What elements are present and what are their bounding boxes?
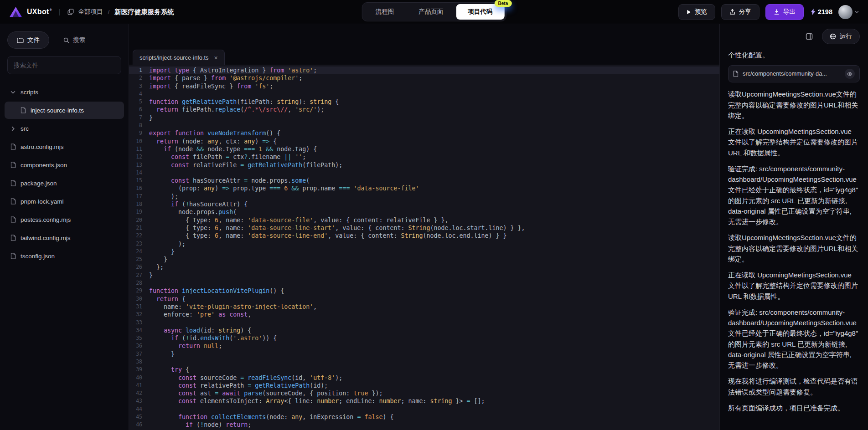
line-content: if (!node) return; bbox=[149, 421, 251, 429]
line-number: 7 bbox=[129, 114, 149, 122]
tree-label: pnpm-lock.yaml bbox=[21, 198, 64, 205]
tree-label: tailwind.config.mjs bbox=[21, 235, 71, 241]
code-line-22[interactable]: 22 { type: 6, name: 'data-source-line-en… bbox=[129, 232, 719, 240]
line-number: 41 bbox=[129, 382, 149, 389]
brand[interactable]: UXbot+ bbox=[9, 6, 52, 18]
tree-file-postcss.config.mjs[interactable]: postcss.config.mjs bbox=[5, 211, 124, 228]
tree-file-tsconfig.json[interactable]: tsconfig.json bbox=[5, 247, 124, 265]
preview-button[interactable]: 预览 bbox=[678, 4, 715, 20]
assistant-body: 个性化配置。 src/components/community-da... bbox=[720, 49, 868, 430]
line-content: }; bbox=[149, 263, 164, 271]
code-editor[interactable]: 1import type { AstroIntegration } from '… bbox=[129, 65, 719, 430]
tree-folder-src[interactable]: src bbox=[5, 120, 124, 137]
mode-tab-产品页面[interactable]: 产品页面 bbox=[407, 4, 455, 20]
account-menu[interactable] bbox=[838, 5, 859, 19]
tree-file-pnpm-lock.yaml[interactable]: pnpm-lock.yaml bbox=[5, 193, 124, 210]
code-line-15[interactable]: 15 const hasSourceAttr = node.props.some… bbox=[129, 177, 719, 184]
code-line-31[interactable]: 31 name: 'vite-plugin-astro-inject-locat… bbox=[129, 303, 719, 311]
file-search-box bbox=[7, 56, 121, 74]
referenced-file-chip[interactable]: src/components/community-da... bbox=[728, 65, 860, 82]
code-line-3[interactable]: 3import { readFileSync } from 'fs'; bbox=[129, 82, 719, 90]
code-line-28[interactable]: 28 bbox=[129, 279, 719, 287]
code-line-33[interactable]: 33 bbox=[129, 319, 719, 327]
code-line-9[interactable]: 9export function vueNodeTransform() { bbox=[129, 129, 719, 137]
tree-file-astro.config.mjs[interactable]: astro.config.mjs bbox=[5, 138, 124, 155]
export-button[interactable]: 导出 bbox=[765, 4, 804, 20]
run-button[interactable]: 运行 bbox=[822, 29, 860, 44]
line-content: const relativeFile = getRelativePath(fil… bbox=[149, 161, 342, 169]
tree-file-inject-source-info.ts[interactable]: inject-source-info.ts bbox=[5, 102, 124, 119]
code-line-2[interactable]: 2import { parse } from '@astrojs/compile… bbox=[129, 74, 719, 82]
code-line-23[interactable]: 23 ); bbox=[129, 240, 719, 248]
tree-folder-scripts[interactable]: scripts bbox=[5, 83, 124, 101]
code-line-32[interactable]: 32 enforce: 'pre' as const, bbox=[129, 311, 719, 318]
code-line-25[interactable]: 25 } bbox=[129, 256, 719, 263]
code-line-39[interactable]: 39 try { bbox=[129, 366, 719, 374]
chevron-down-icon bbox=[10, 91, 16, 94]
code-line-38[interactable]: 38 bbox=[129, 358, 719, 366]
search-icon bbox=[63, 37, 69, 43]
share-button[interactable]: 分享 bbox=[721, 4, 760, 20]
code-line-34[interactable]: 34 async load(id: string) { bbox=[129, 327, 719, 334]
main-area: 文件 搜索 scriptsinject-source-info.tssrcast… bbox=[0, 24, 868, 430]
editor-toolbar-gap bbox=[129, 24, 719, 49]
code-line-44[interactable]: 44 bbox=[129, 405, 719, 413]
code-line-8[interactable]: 8 bbox=[129, 122, 719, 129]
code-line-45[interactable]: 45 function collectElements(node: any, i… bbox=[129, 413, 719, 421]
code-line-37[interactable]: 37 } bbox=[129, 350, 719, 358]
code-line-29[interactable]: 29function injectLocationVitePlugin() { bbox=[129, 287, 719, 295]
code-line-26[interactable]: 26 }; bbox=[129, 263, 719, 271]
mode-tab-流程图[interactable]: 流程图 bbox=[364, 4, 406, 20]
code-line-36[interactable]: 36 return null; bbox=[129, 342, 719, 350]
close-tab-icon[interactable]: × bbox=[214, 55, 217, 61]
code-line-42[interactable]: 42 const ast = await parse(sourceCode, {… bbox=[129, 389, 719, 397]
code-line-6[interactable]: 6 return filePath.replace(/^.*\/src\//, … bbox=[129, 106, 719, 113]
code-line-18[interactable]: 18 if (!hasSourceAttr) { bbox=[129, 200, 719, 208]
beta-badge: Beta bbox=[495, 0, 512, 7]
view-file-button[interactable] bbox=[845, 69, 855, 79]
line-number: 8 bbox=[129, 122, 149, 129]
code-line-10[interactable]: 10 return (node: any, ctx: any) => { bbox=[129, 138, 719, 145]
line-number: 36 bbox=[129, 342, 149, 350]
code-line-12[interactable]: 12 const filePath = ctx?.filename || ''; bbox=[129, 153, 719, 161]
credits-counter[interactable]: 2198 bbox=[811, 8, 832, 15]
code-line-17[interactable]: 17 ); bbox=[129, 193, 719, 200]
code-line-5[interactable]: 5function getRelativePath(filePath: stri… bbox=[129, 98, 719, 106]
tree-file-tailwind.config.mjs[interactable]: tailwind.config.mjs bbox=[5, 229, 124, 246]
code-line-35[interactable]: 35 if (!id.endsWith('.astro')) { bbox=[129, 334, 719, 342]
file-icon bbox=[20, 107, 26, 113]
code-line-43[interactable]: 43 const elementsToInject: Array<{ line:… bbox=[129, 397, 719, 405]
breadcrumb-all-projects[interactable]: 全部项目 bbox=[78, 8, 103, 16]
tree-file-package.json[interactable]: package.json bbox=[5, 174, 124, 192]
file-search-input[interactable] bbox=[14, 62, 115, 69]
avatar[interactable] bbox=[838, 5, 852, 19]
line-number: 14 bbox=[129, 169, 149, 177]
code-line-4[interactable]: 4 bbox=[129, 90, 719, 98]
header-actions: 预览 分享 导出 bbox=[678, 4, 859, 20]
panel-toolbar: 运行 bbox=[720, 24, 868, 49]
tab-search[interactable]: 搜索 bbox=[54, 31, 95, 49]
breadcrumb: 全部项目 / 新医疗健康服务系统 bbox=[67, 8, 174, 16]
code-line-13[interactable]: 13 const relativeFile = getRelativePath(… bbox=[129, 161, 719, 169]
code-line-1[interactable]: 1import type { AstroIntegration } from '… bbox=[129, 67, 719, 74]
code-line-21[interactable]: 21 { type: 6, name: 'data-source-line-st… bbox=[129, 224, 719, 232]
code-line-16[interactable]: 16 (prop: any) => prop.type === 6 && pro… bbox=[129, 184, 719, 192]
tab-files[interactable]: 文件 bbox=[7, 31, 49, 49]
code-line-46[interactable]: 46 if (!node) return; bbox=[129, 421, 719, 429]
code-line-7[interactable]: 7} bbox=[129, 114, 719, 122]
mode-tab-项目代码[interactable]: 项目代码Beta bbox=[456, 4, 504, 20]
tree-file-components.json[interactable]: components.json bbox=[5, 156, 124, 174]
editor-tab[interactable]: scripts/inject-source-info.ts × bbox=[133, 50, 225, 65]
code-line-14[interactable]: 14 bbox=[129, 169, 719, 177]
code-line-41[interactable]: 41 const relativePath = getRelativePath(… bbox=[129, 382, 719, 389]
code-line-20[interactable]: 20 { type: 6, name: 'data-source-file', … bbox=[129, 216, 719, 224]
line-content: } bbox=[149, 248, 175, 256]
tree-label: package.json bbox=[21, 180, 57, 187]
code-line-19[interactable]: 19 node.props.push( bbox=[129, 208, 719, 216]
code-line-40[interactable]: 40 const sourceCode = readFileSync(id, '… bbox=[129, 374, 719, 382]
code-line-27[interactable]: 27} bbox=[129, 271, 719, 279]
code-line-30[interactable]: 30 return { bbox=[129, 295, 719, 303]
code-line-11[interactable]: 11 if (node && node.type === 1 && node.t… bbox=[129, 145, 719, 153]
layout-toggle-button[interactable] bbox=[802, 29, 816, 44]
code-line-24[interactable]: 24 } bbox=[129, 248, 719, 256]
